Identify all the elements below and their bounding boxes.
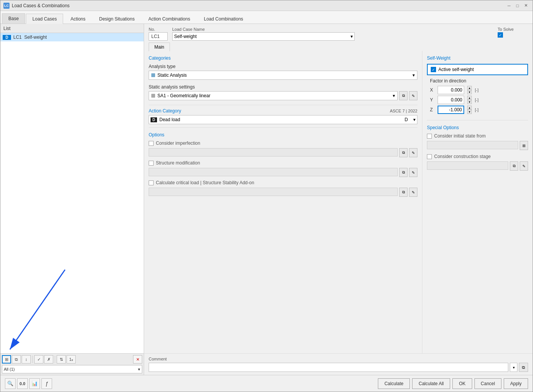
construction-stage-input-row: ⧉ ✎	[427, 161, 528, 171]
tab-main[interactable]: Main	[149, 43, 170, 51]
static-analysis-select[interactable]: SA1 - Geometrically linear ▾	[149, 91, 398, 100]
right-panel: No. LC1 Load Case Name Self-weight ▾ To …	[144, 24, 533, 375]
critical-load-checkbox[interactable]	[149, 180, 154, 185]
title-bar: LC Load Cases & Combinations ─ □ ✕	[0, 0, 533, 11]
static-copy-button[interactable]: ⧉	[399, 91, 408, 100]
window-controls: ─ □ ✕	[505, 2, 530, 9]
factor-z-up[interactable]: ▲	[467, 106, 472, 110]
comment-input[interactable]	[149, 363, 508, 372]
factor-y-up[interactable]: ▲	[467, 96, 472, 100]
factor-label: Factor in direction	[430, 78, 528, 84]
comment-dropdown[interactable]: ▾	[510, 363, 517, 372]
factor-y-bracket[interactable]: [-]	[475, 98, 479, 102]
close-button[interactable]: ✕	[522, 2, 530, 9]
content-area: Categories Analysis type Static Analysis…	[144, 51, 533, 353]
copy-item-button[interactable]: ⧉	[12, 355, 21, 364]
special-options-title: Special Options	[427, 125, 528, 130]
static-analysis-chevron-icon: ▾	[393, 93, 395, 98]
maximize-button[interactable]: □	[514, 2, 521, 9]
factor-y-down[interactable]: ▼	[467, 100, 472, 104]
initial-state-checkbox[interactable]	[427, 134, 432, 139]
construction-edit-btn[interactable]: ✎	[520, 161, 528, 171]
analysis-type-select[interactable]: Static Analysis ▾	[149, 71, 417, 80]
imperfection-checkbox[interactable]	[149, 141, 154, 146]
construction-stage-checkbox[interactable]	[427, 154, 432, 159]
tab-design-situations[interactable]: Design Situations	[93, 14, 141, 24]
tab-load-combinations[interactable]: Load Combinations	[197, 14, 249, 24]
bottom-tools: 🔍 0.0 📊 ƒ	[5, 378, 52, 389]
construction-copy-btn[interactable]: ⧉	[510, 161, 518, 171]
tab-base[interactable]: Base	[2, 13, 25, 24]
grid-tool-button[interactable]: 0.0	[17, 378, 28, 389]
factor-x-up[interactable]: ▲	[467, 86, 472, 90]
factor-x-input[interactable]: 0.000	[438, 86, 464, 94]
structure-mod-checkbox[interactable]	[149, 161, 154, 166]
active-self-weight-checkbox[interactable]	[431, 67, 436, 72]
check-item-button[interactable]: ✓	[34, 355, 43, 364]
lc-name-select[interactable]: Self-weight ▾	[172, 32, 355, 41]
factor-z-bracket[interactable]: [-]	[475, 107, 479, 112]
analysis-type-row: Analysis type Static Analysis ▾	[149, 64, 417, 80]
calculate-all-button[interactable]: Calculate All	[412, 378, 450, 389]
critical-edit-btn[interactable]: ✎	[409, 188, 417, 197]
move-item-button[interactable]: ↕	[22, 355, 31, 364]
action-category-select[interactable]: D Dead load D ▾	[149, 115, 417, 124]
main-tab-bar: Main	[144, 41, 533, 51]
self-weight-section: Self-Weight Active self-weight Factor in…	[427, 55, 528, 114]
critical-copy-btn[interactable]: ⧉	[399, 188, 408, 197]
structure-copy-btn[interactable]: ⧉	[399, 168, 408, 177]
filter-dropdown[interactable]: All (1) ▾	[2, 365, 142, 373]
factor-y-axis: Y	[430, 97, 435, 103]
calculate-button[interactable]: Calculate	[378, 378, 410, 389]
comment-copy-btn[interactable]: ⧉	[519, 363, 528, 372]
options-section: Options Consider imperfection ⧉ ✎	[149, 132, 417, 197]
tab-bar: Base Load Cases Actions Design Situation…	[0, 11, 533, 24]
add-item-button[interactable]: ⊞	[2, 355, 11, 364]
function-tool-button[interactable]: ƒ	[41, 378, 52, 389]
chart-tool-button[interactable]: 📊	[29, 378, 40, 389]
list-item[interactable]: D LC1 Self-weight	[0, 33, 144, 41]
factor-z-input[interactable]: -1.000	[438, 106, 464, 114]
initial-state-edit-btn[interactable]: ⊞	[520, 141, 528, 150]
factor-x-down[interactable]: ▼	[467, 90, 472, 94]
search-tool-button[interactable]: 🔍	[5, 378, 16, 389]
static-edit-button[interactable]: ✎	[409, 91, 417, 100]
factor-x-bracket[interactable]: [-]	[475, 88, 479, 92]
lc-name-value: Self-weight	[174, 34, 197, 39]
filter-chevron-icon: ▾	[138, 367, 140, 372]
factor-x-axis: X	[430, 87, 435, 93]
structure-edit-btn[interactable]: ✎	[409, 168, 417, 177]
category-code: D	[401, 117, 411, 122]
critical-load-label: Calculate critical load | Structure Stab…	[156, 180, 254, 185]
separator2	[55, 356, 55, 363]
lc-no-value: LC1	[149, 32, 168, 41]
to-solve-checkbox[interactable]	[498, 32, 503, 38]
factor-z-row: Z -1.000 ▲ ▼ [-]	[430, 106, 528, 114]
number-button[interactable]: 1₂	[67, 355, 76, 364]
imperfection-input-row: ⧉ ✎	[149, 148, 417, 157]
factor-z-down[interactable]: ▼	[467, 110, 472, 114]
minimize-button[interactable]: ─	[505, 2, 513, 9]
imperfection-input	[149, 148, 398, 156]
tab-load-cases[interactable]: Load Cases	[26, 14, 63, 24]
separator	[32, 356, 33, 363]
delete-button[interactable]: ✕	[133, 355, 142, 364]
initial-state-input-row: ⊞	[427, 141, 528, 150]
factor-x-spinners: ▲ ▼	[467, 86, 472, 94]
initial-state-row: Consider initial state from ⊞	[427, 133, 528, 150]
tab-actions[interactable]: Actions	[64, 14, 92, 24]
imperfection-edit-btn[interactable]: ✎	[409, 148, 417, 157]
divider2	[149, 127, 417, 128]
cancel-button[interactable]: Cancel	[474, 378, 501, 389]
factor-y-row: Y 0.000 ▲ ▼ [-]	[430, 96, 528, 104]
tab-action-combinations[interactable]: Action Combinations	[142, 14, 197, 24]
static-analysis-value: SA1 - Geometrically linear	[157, 93, 393, 98]
ok-button[interactable]: OK	[452, 378, 472, 389]
factor-y-spinners: ▲ ▼	[467, 96, 472, 104]
title-bar-left: LC Load Cases & Combinations	[3, 3, 70, 9]
uncheck-item-button[interactable]: ✗	[44, 355, 53, 364]
imperfection-copy-btn[interactable]: ⧉	[399, 148, 408, 157]
apply-button[interactable]: Apply	[504, 378, 528, 389]
factor-y-input[interactable]: 0.000	[438, 96, 464, 104]
sort-button[interactable]: ⇅	[57, 355, 66, 364]
